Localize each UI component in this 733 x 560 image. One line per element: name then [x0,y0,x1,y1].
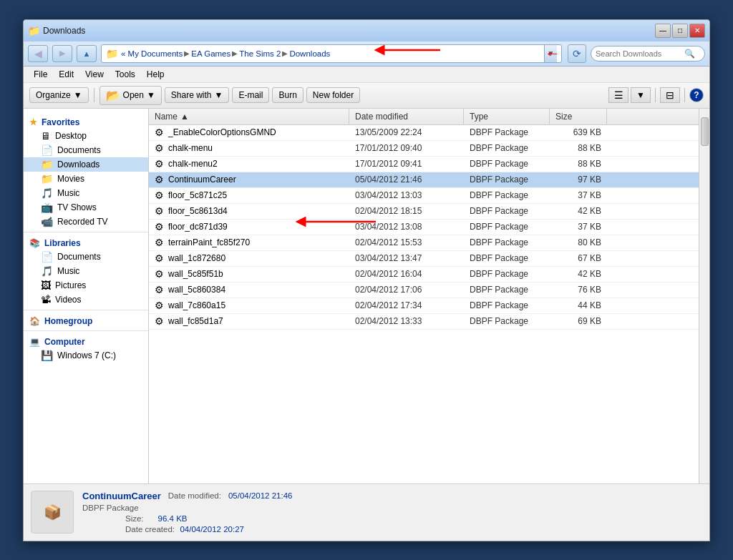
table-row[interactable]: ⚙ _EnableColorOptionsGMND 13/05/2009 22:… [149,125,699,141]
file-cell-size: 37 KB [550,189,607,202]
table-row[interactable]: ⚙ floor_5c8613d4 02/04/2012 18:15 DBPF P… [149,204,699,220]
file-name-text: wall_1c872680 [168,253,225,263]
file-cell-type: DBPF Package [464,157,550,170]
table-row[interactable]: ⚙ wall_5c85f51b 02/04/2012 16:04 DBPF Pa… [149,267,699,283]
sidebar-item-lib-documents[interactable]: 📄 Documents [24,250,148,264]
sidebar-item-lib-music[interactable]: 🎵 Music [24,264,148,278]
table-row[interactable]: ⚙ chalk-menu2 17/01/2012 09:41 DBPF Pack… [149,157,699,172]
menu-edit[interactable]: Edit [53,68,79,81]
recorded-label: Recorded TV [57,217,107,227]
table-row[interactable]: ⚙ ContinuumCareer 05/04/2012 21:46 DBPF … [149,172,699,188]
col-header-size[interactable]: Size [550,109,607,124]
table-row[interactable]: ⚙ wall_7c860a15 02/04/2012 17:34 DBPF Pa… [149,298,699,314]
file-name-text: wall_fc85d1a7 [168,316,223,326]
burn-button[interactable]: Burn [272,87,303,103]
sidebar-item-desktop[interactable]: 🖥 Desktop [24,129,148,143]
sort-arrow-up: ▲ [180,112,189,122]
new-folder-button[interactable]: New folder [306,87,360,103]
table-row[interactable]: ⚙ floor_dc871d39 03/04/2012 13:08 DBPF P… [149,220,699,235]
share-button[interactable]: Share with ▼ [165,87,230,103]
tvshows-icon: 📺 [41,202,53,213]
computer-section: 💻 Computer 💾 Windows 7 (C:) [24,334,148,363]
file-icon-6: ⚙ [155,221,164,232]
sidebar-item-windows-c[interactable]: 💾 Windows 7 (C:) [24,348,148,363]
status-created-label: Date created: [82,525,175,534]
scroll-thumb[interactable] [701,117,709,146]
help-button[interactable]: ? [689,88,704,102]
col-header-date[interactable]: Date modified [349,109,464,124]
email-button[interactable]: E-mail [232,87,269,103]
sidebar-item-movies[interactable]: 📁 Movies [24,172,148,186]
table-row[interactable]: ⚙ terrainPaint_fc85f270 02/04/2012 15:53… [149,235,699,251]
recorded-icon: 📹 [41,216,53,227]
organize-button[interactable]: Organize ▼ [29,87,89,103]
music-icon: 🎵 [41,187,53,199]
file-cell-date: 13/05/2009 22:24 [349,126,464,139]
col-header-type[interactable]: Type [464,109,550,124]
file-cell-size: 42 KB [550,267,607,280]
file-icon-11: ⚙ [155,300,164,311]
lib-music-label: Music [57,266,79,276]
open-label: Open [123,90,144,100]
sidebar-divider-3 [24,330,148,331]
file-cell-name: ⚙ _EnableColorOptionsGMND [149,125,349,139]
menu-file[interactable]: File [28,68,53,81]
homegroup-title[interactable]: 🏠 Homegroup [24,313,148,328]
col-header-name[interactable]: Name ▲ [149,109,349,124]
breadcrumb-part-4: Downloads [289,49,330,58]
file-cell-type: DBPF Package [464,252,550,265]
file-icon-3: ⚙ [155,174,164,185]
homegroup-section: 🏠 Homegroup [24,313,148,328]
breadcrumb-part-1: « My Documents [121,49,183,58]
open-button[interactable]: 📂 Open ▼ [99,86,162,105]
file-name-text: chalk-menu [168,143,213,153]
sidebar-item-recorded-tv[interactable]: 📹 Recorded TV [24,215,148,229]
sidebar-item-music[interactable]: 🎵 Music [24,186,148,200]
refresh-button[interactable]: ⟳ [568,44,586,63]
libraries-title[interactable]: 📚 Libraries [24,235,148,250]
sidebar-item-tvshows[interactable]: 📺 TV Shows [24,200,148,215]
address-bar[interactable]: 📁 « My Documents ▶ EA Games ▶ The Sims 2… [101,44,562,63]
table-row[interactable]: ⚙ floor_5c871c25 03/04/2012 13:03 DBPF P… [149,188,699,204]
minimize-button[interactable]: — [655,24,671,38]
file-rows-container: ⚙ _EnableColorOptionsGMND 13/05/2009 22:… [149,125,699,330]
table-row[interactable]: ⚙ wall_fc85d1a7 02/04/2012 13:33 DBPF Pa… [149,314,699,330]
table-row[interactable]: ⚙ wall_5c860384 02/04/2012 17:06 DBPF Pa… [149,283,699,298]
file-cell-name: ⚙ chalk-menu2 [149,157,349,171]
computer-title[interactable]: 💻 Computer [24,334,148,348]
toolbar-sep-3 [684,88,685,102]
file-icon-10: ⚙ [155,284,164,295]
file-cell-date: 03/04/2012 13:03 [349,189,464,202]
search-input[interactable] [596,49,681,58]
view-dropdown-button[interactable]: ▼ [631,87,651,103]
sidebar-item-lib-videos[interactable]: 📽 Videos [24,293,148,307]
menu-help[interactable]: Help [141,68,170,81]
sidebar-item-downloads[interactable]: 📁 Downloads [24,157,148,172]
file-cell-name: ⚙ wall_5c85f51b [149,267,349,281]
file-name-text: terrainPaint_fc85f270 [168,237,250,247]
table-row[interactable]: ⚙ chalk-menu 17/01/2012 09:40 DBPF Packa… [149,141,699,157]
sidebar-item-lib-pictures[interactable]: 🖼 Pictures [24,278,148,293]
menu-tools[interactable]: Tools [110,68,141,81]
back-button[interactable]: ◀ [28,45,48,62]
table-row[interactable]: ⚙ wall_1c872680 03/04/2012 13:47 DBPF Pa… [149,251,699,267]
forward-button[interactable]: ▶ [52,45,72,62]
preview-pane-button[interactable]: ⊟ [660,87,680,103]
file-icon-2: ⚙ [155,158,164,170]
up-button[interactable]: ▲ [77,45,97,62]
maximize-button[interactable]: □ [672,24,688,38]
close-button[interactable]: ✕ [689,24,705,38]
status-details: ContinuumCareer Date modified: 05/04/201… [82,491,292,534]
favorites-title[interactable]: ★ Favorites [24,114,148,129]
menu-view[interactable]: View [79,68,110,81]
file-cell-name: ⚙ floor_dc871d39 [149,220,349,234]
menu-bar: File Edit View Tools Help [24,67,709,83]
file-cell-type: DBPF Package [464,142,550,154]
lib-documents-label: Documents [57,252,101,262]
scrollbar[interactable] [699,109,709,483]
search-bar[interactable]: 🔍 [591,46,705,62]
sidebar-item-documents[interactable]: 📄 Documents [24,143,148,157]
view-details-button[interactable]: ☰ [608,87,628,103]
breadcrumb-part-2: EA Games [191,49,230,58]
favorites-section: ★ Favorites 🖥 Desktop 📄 Documents 📁 Down… [24,114,148,229]
